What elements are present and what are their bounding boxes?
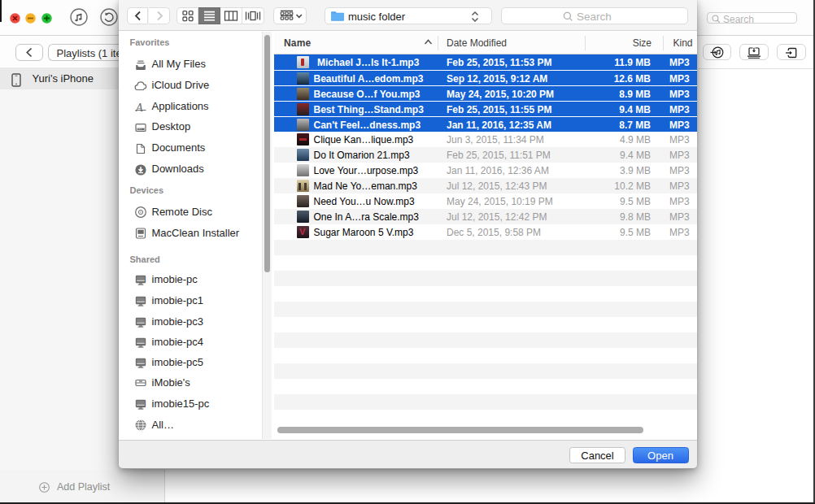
- svg-text:A: A: [135, 102, 143, 114]
